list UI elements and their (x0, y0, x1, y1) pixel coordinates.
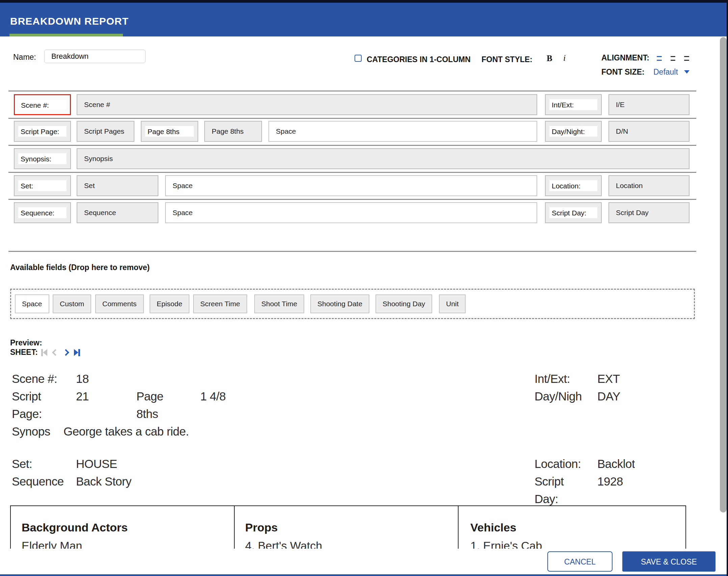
chip-sequence-input[interactable]: Sequence: (18, 207, 67, 218)
preview-script-page-label: Script (12, 388, 76, 405)
available-fields-label: Available fields (Drop here to remove) (10, 263, 150, 272)
layout-field-set[interactable]: Set (77, 175, 158, 196)
cancel-button[interactable]: CANCEL (547, 551, 613, 572)
row-divider (8, 118, 696, 119)
chip-script-page-input[interactable]: Script Page: (18, 126, 67, 137)
chevron-down-icon[interactable] (684, 70, 690, 74)
chip-day-night[interactable]: Day/Night: (545, 121, 602, 142)
preview-block-mid-right: Location: Backlot Script 1928 Day: (535, 455, 635, 508)
chip-script-day[interactable]: Script Day: (545, 202, 602, 223)
available-field-custom[interactable]: Custom (53, 294, 91, 313)
italic-button[interactable]: i (563, 53, 566, 63)
preview-block-mid-left: Set: HOUSE Sequence Back Story (12, 455, 131, 490)
chip-synopsis[interactable]: Synopsis: (14, 148, 71, 169)
chip-location-input[interactable]: Location: (549, 180, 597, 191)
window-bottom-edge (0, 574, 728, 576)
preview-row-int-ext: Int/Ext: EXT (535, 370, 620, 388)
save-close-button[interactable]: SAVE & CLOSE (622, 551, 716, 572)
preview-day-night-label: Day/Nigh (535, 388, 597, 405)
available-field-shooting-date[interactable]: Shooting Date (310, 294, 369, 313)
layout-field-script-day[interactable]: Script Day (608, 202, 690, 223)
layout-field-sequence[interactable]: Sequence (77, 202, 158, 223)
bold-button[interactable]: B (547, 54, 552, 63)
chip-scene-number-input[interactable]: Scene #: (19, 100, 66, 110)
chip-scene-number[interactable]: Scene #: (14, 94, 71, 115)
available-field-comments[interactable]: Comments (95, 294, 144, 313)
available-field-unit[interactable]: Unit (439, 294, 466, 313)
preview-block-top-right: Int/Ext: EXT Day/Nigh DAY (535, 370, 620, 405)
available-field-screen-time[interactable]: Screen Time (193, 294, 247, 313)
window-top-edge (0, 0, 728, 3)
layout-field-script-pages[interactable]: Script Pages (77, 121, 134, 142)
font-size-label: FONT SIZE: (601, 68, 645, 77)
align-right-icon[interactable] (681, 54, 689, 61)
first-sheet-icon[interactable] (41, 349, 47, 356)
chip-int-ext-input[interactable]: Int/Ext: (549, 99, 597, 110)
name-label: Name: (13, 53, 36, 62)
layout-field-day-night[interactable]: D/N (608, 121, 690, 142)
layout-field-page-8ths[interactable]: Page 8ths (204, 121, 262, 142)
available-field-shooting-day[interactable]: Shooting Day (375, 294, 432, 313)
preview-sequence-value: Back Story (76, 473, 131, 490)
preview-script-day-label: Script (535, 473, 597, 490)
chip-day-night-input[interactable]: Day/Night: (549, 126, 597, 137)
active-tab-indicator (9, 34, 123, 36)
preview-int-ext-value: EXT (597, 370, 620, 388)
chip-page-8ths[interactable]: Page 8ths (141, 121, 198, 142)
chip-script-page[interactable]: Script Page: (14, 121, 71, 142)
preview-set-value: HOUSE (76, 455, 117, 473)
row-divider (8, 251, 696, 252)
preview-page-8ths-value: 1 4/8 (200, 388, 226, 405)
preview-row-day-night: Day/Nigh DAY (535, 388, 620, 405)
next-sheet-icon[interactable] (63, 350, 68, 355)
preview-location-value: Backlot (597, 455, 635, 473)
alignment-label: ALIGNMENT: (601, 53, 649, 62)
preview-row-script-page: Script 21 Page 1 4/8 (12, 388, 226, 405)
preview-location-label: Location: (535, 455, 597, 473)
vertical-scrollbar[interactable] (720, 37, 727, 513)
preview-day-night-value: DAY (597, 388, 620, 405)
categories-1-column-label: CATEGORIES IN 1-COLUMN (367, 55, 471, 64)
preview-block-top-left: Scene #: 18 Script 21 Page 1 4/8 Page: 8… (12, 370, 226, 440)
available-field-episode[interactable]: Episode (150, 294, 189, 313)
chip-script-day-input[interactable]: Script Day: (549, 207, 597, 218)
row-divider (8, 90, 696, 91)
font-style-label: FONT STYLE: (482, 55, 532, 64)
report-name-input[interactable] (44, 50, 146, 63)
layout-field-int-ext[interactable]: I/E (608, 94, 690, 115)
last-sheet-icon[interactable] (74, 349, 80, 356)
categories-1-column-checkbox[interactable] (355, 55, 362, 62)
page-title: BREAKDOWN REPORT (10, 16, 129, 27)
chip-synopsis-input[interactable]: Synopsis: (18, 153, 67, 164)
layout-field-space[interactable]: Space (165, 175, 537, 196)
row-divider (8, 172, 696, 173)
preview-scene-label: Scene #: (12, 370, 76, 388)
font-size-value[interactable]: Default (653, 68, 678, 77)
chip-sequence[interactable]: Sequence: (14, 202, 71, 223)
align-left-icon[interactable] (657, 54, 665, 61)
preview-row-synopsis: Synops George takes a cab ride. (12, 423, 226, 440)
chip-page-8ths-input[interactable]: Page 8ths (145, 126, 194, 137)
available-field-shoot-time[interactable]: Shoot Time (254, 294, 304, 313)
chip-location[interactable]: Location: (545, 175, 602, 196)
chip-set[interactable]: Set: (14, 175, 71, 196)
preview-page-8ths-label: Page (136, 388, 200, 405)
preview-row-set: Set: HOUSE (12, 455, 131, 473)
sheet-label: SHEET: (10, 348, 38, 357)
chip-int-ext[interactable]: Int/Ext: (545, 94, 602, 115)
preview-label: Preview: (10, 338, 42, 347)
row-divider (8, 199, 696, 200)
layout-field-space[interactable]: Space (268, 121, 537, 142)
dialog-header: BREAKDOWN REPORT (0, 3, 728, 36)
layout-field-space[interactable]: Space (165, 202, 537, 223)
align-center-icon[interactable] (669, 54, 677, 61)
preview-set-label: Set: (12, 455, 76, 473)
preview-row-script-day: Script 1928 (535, 473, 635, 490)
prev-sheet-icon[interactable] (53, 350, 58, 355)
preview-sequence-label: Sequence (12, 473, 76, 490)
chip-set-input[interactable]: Set: (18, 180, 67, 191)
layout-field-scene-number[interactable]: Scene # (77, 94, 537, 115)
layout-field-synopsis[interactable]: Synopsis (77, 148, 690, 169)
available-field-space[interactable]: Space (15, 294, 49, 313)
layout-field-location[interactable]: Location (608, 175, 690, 196)
